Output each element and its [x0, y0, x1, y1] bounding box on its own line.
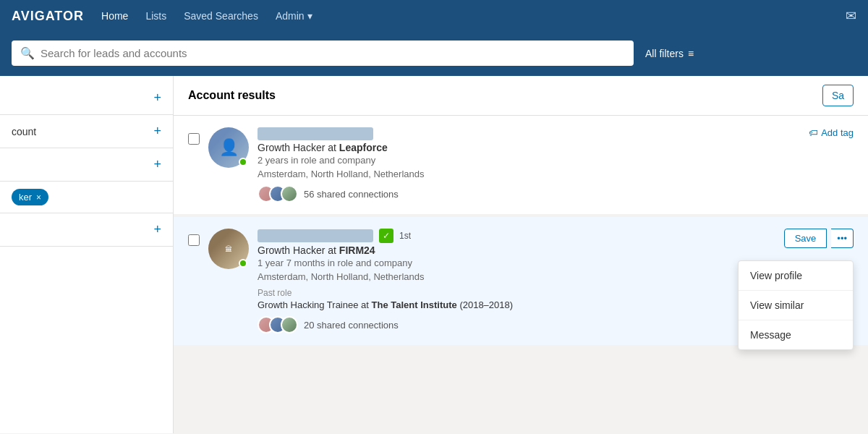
sidebar-tag-remove[interactable]: ×: [36, 192, 41, 203]
all-filters-label: All filters: [645, 48, 684, 59]
dropdown-view-similar[interactable]: View similar: [739, 291, 853, 320]
card-2-conn-avatars: [258, 316, 298, 333]
add-tag-button[interactable]: 🏷 Add tag: [809, 127, 854, 138]
sidebar-section-4: +: [0, 213, 173, 247]
chevron-down-icon: ▾: [307, 10, 312, 22]
results-title: Account results: [188, 89, 276, 102]
all-filters-button[interactable]: All filters ≡: [645, 48, 694, 59]
save-search-button[interactable]: Sa: [822, 85, 854, 106]
results-header: Account results Sa: [174, 76, 868, 116]
sidebar-section-1-plus[interactable]: +: [153, 90, 161, 106]
sidebar-tag: ker ×: [12, 189, 48, 205]
card-2-name-blurred: [258, 229, 373, 242]
verified-badge: ✓: [379, 229, 393, 243]
card-1-name-blurred: [258, 127, 373, 140]
sidebar: + count + + ker × +: [0, 76, 174, 433]
add-tag-label: Add tag: [821, 127, 854, 138]
sidebar-tag-text: ker: [19, 192, 32, 203]
save-button[interactable]: Save: [784, 229, 827, 248]
card-1-info: Growth Hacker at Leapforce 2 years in ro…: [258, 127, 854, 203]
top-navigation: AVIGATOR Home Lists Saved Searches Admin…: [0, 0, 868, 32]
sidebar-tag-area: ker ×: [0, 182, 173, 213]
tag-icon: 🏷: [809, 127, 818, 138]
dropdown-message[interactable]: Message: [739, 320, 853, 349]
card-1-name-row: [258, 127, 854, 140]
card-2-name-row: ✓ 1st: [258, 229, 854, 243]
sidebar-section-3: +: [0, 148, 173, 182]
sidebar-section-count-plus[interactable]: +: [153, 124, 161, 139]
search-input-wrapper: 🔍: [12, 41, 634, 66]
dropdown-view-profile[interactable]: View profile: [739, 261, 853, 291]
card-1-avatar-wrapper: 👤: [208, 127, 249, 168]
card-2-online-indicator: [239, 259, 247, 268]
card-1-actions: 🏷 Add tag: [809, 127, 854, 138]
sidebar-section-3-plus[interactable]: +: [153, 157, 161, 172]
sidebar-section-4-plus[interactable]: +: [153, 222, 161, 237]
nav-admin-dropdown[interactable]: Admin ▾: [276, 10, 312, 22]
card-2-actions: Save••• View profile View similar Messag…: [784, 229, 854, 248]
result-card-1: 👤 Growth Hacker at Leapforce 2 years in …: [174, 116, 868, 214]
more-options-button[interactable]: •••: [831, 229, 854, 248]
card-2-shared-count: 20 shared connections: [304, 320, 399, 331]
sidebar-section-count: count +: [0, 115, 173, 148]
card-1-title: Growth Hacker at Leapforce: [258, 142, 854, 153]
nav-lists[interactable]: Lists: [145, 10, 166, 22]
card-1-meta: 2 years in role and company: [258, 155, 854, 166]
main-results: Account results Sa 👤 Growth Hacker at Le…: [174, 76, 868, 433]
card-2-conn-avatar-3: [281, 316, 298, 333]
card-2-avatar-wrapper: 🏛: [208, 229, 249, 269]
nav-home[interactable]: Home: [101, 10, 128, 22]
card-1-conn-avatars: [258, 185, 298, 203]
mail-icon[interactable]: ✉: [846, 8, 856, 24]
card-1-shared-count: 56 shared connections: [304, 189, 399, 200]
sidebar-section-count-label: count: [12, 126, 36, 137]
card-1-checkbox[interactable]: [188, 133, 200, 145]
card-2-title: Growth Hacker at FIRM24: [258, 244, 854, 256]
card-1-connections: 56 shared connections: [258, 185, 854, 203]
search-input[interactable]: [41, 47, 625, 59]
conn-avatar-3: [281, 185, 298, 203]
content-area: + count + + ker × + Account results Sa: [0, 76, 868, 433]
filter-icon: ≡: [688, 48, 694, 59]
card-1-location: Amsterdam, North Holland, Netherlands: [258, 169, 854, 179]
dropdown-menu: View profile View similar Message: [738, 260, 854, 350]
search-bar-area: 🔍 All filters ≡: [0, 32, 868, 76]
nav-saved-searches[interactable]: Saved Searches: [184, 10, 258, 22]
card-1-online-indicator: [239, 158, 247, 166]
result-card-2: 🏛 ✓ 1st Growth Hacker at FIRM24 1 year 7…: [174, 217, 868, 345]
nav-admin-label: Admin: [276, 10, 305, 22]
brand-logo: AVIGATOR: [12, 9, 84, 24]
card-1-inner: 👤 Growth Hacker at Leapforce 2 years in …: [188, 127, 854, 203]
degree-badge: 1st: [399, 231, 411, 241]
sidebar-section-1: +: [0, 82, 173, 115]
search-icon: 🔍: [20, 46, 35, 60]
card-2-checkbox[interactable]: [188, 234, 200, 246]
